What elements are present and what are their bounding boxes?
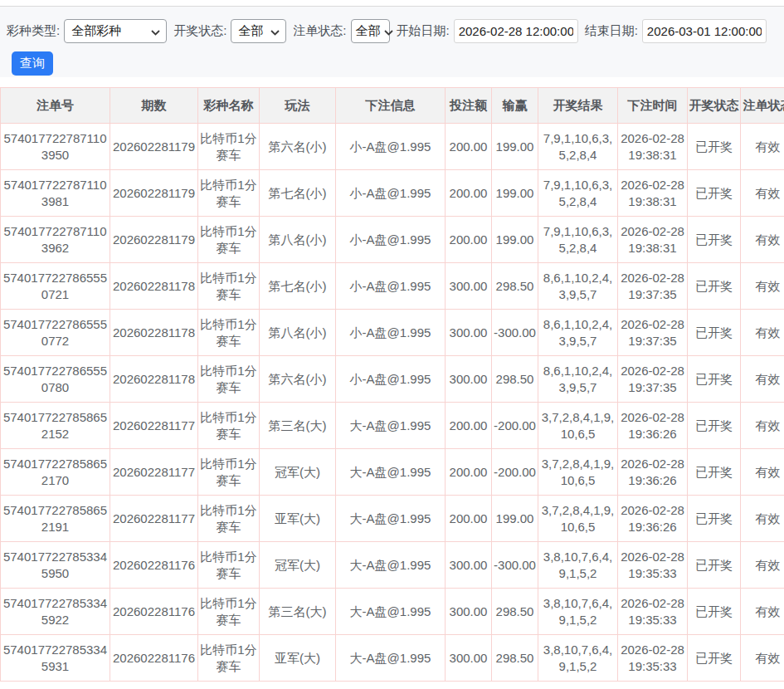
cell-bet-time: 2026-02-28 19:37:35 [618, 310, 688, 356]
cell-draw-result: 8,6,1,10,2,4,3,9,5,7 [538, 356, 618, 403]
cell-period: 202602281177 [110, 496, 198, 542]
cell-play-type: 第七名(小) [260, 170, 336, 217]
cell-period: 202602281176 [110, 589, 198, 635]
cell-draw-status: 已开奖 [688, 403, 741, 449]
cell-win-loss: -200.00 [492, 403, 538, 449]
cell-bet-amount: 200.00 [446, 496, 492, 542]
cell-bet-time: 2026-02-28 19:35:33 [618, 589, 688, 635]
draw-status-select[interactable]: 全部 [231, 19, 286, 43]
cell-lottery-name: 比特币1分赛车 [198, 635, 260, 682]
chevron-down-icon [270, 24, 280, 38]
cell-play-type: 第六名(小) [260, 124, 336, 170]
cell-draw-status: 已开奖 [688, 542, 741, 589]
cell-bet-info: 小-A盘@1.995 [336, 263, 446, 310]
cell-win-loss: 298.50 [492, 356, 538, 403]
start-date-label: 开始日期: [397, 23, 450, 39]
bet-status-select[interactable]: 全部 [351, 19, 390, 43]
lottery-type-value: 全部彩种 [71, 23, 121, 39]
cell-draw-result: 7,9,1,10,6,3,5,2,8,4 [538, 124, 618, 170]
cell-bet-amount: 200.00 [446, 124, 492, 170]
cell-period: 202602281176 [110, 542, 198, 589]
cell-draw-status: 已开奖 [688, 356, 741, 403]
cell-bet-amount: 200.00 [446, 449, 492, 496]
cell-period: 202602281178 [110, 310, 198, 356]
cell-bet-number: 5740177227865550772 [1, 310, 110, 356]
column-header-draw-result: 开奖结果 [538, 88, 618, 124]
bet-records-table: 注单号 期数 彩种名称 玩法 下注信息 投注额 输赢 开奖结果 下注时间 开奖状… [0, 87, 784, 682]
cell-win-loss: -300.00 [492, 542, 538, 589]
cell-bet-info: 大-A盘@1.995 [336, 496, 446, 542]
cell-bet-number: 5740177227865550780 [1, 356, 110, 403]
table-row: 5740177227853345931202602281176比特币1分赛车亚军… [1, 635, 784, 682]
table-row: 5740177227858652170202602281177比特币1分赛车冠军… [1, 449, 784, 496]
cell-bet-status: 有效 [741, 124, 784, 170]
cell-period: 202602281176 [110, 635, 198, 682]
cell-draw-status: 已开奖 [688, 635, 741, 682]
cell-bet-number: 5740177227858652191 [1, 496, 110, 542]
cell-bet-amount: 200.00 [446, 217, 492, 263]
cell-bet-status: 有效 [741, 589, 784, 635]
cell-bet-number: 5740177227871103950 [1, 124, 110, 170]
cell-bet-number: 5740177227853345931 [1, 635, 110, 682]
cell-draw-status: 已开奖 [688, 217, 741, 263]
end-date-input[interactable] [642, 19, 767, 43]
cell-lottery-name: 比特币1分赛车 [198, 496, 260, 542]
cell-draw-result: 3,7,2,8,4,1,9,10,6,5 [538, 496, 618, 542]
cell-lottery-name: 比特币1分赛车 [198, 356, 260, 403]
cell-lottery-name: 比特币1分赛车 [198, 310, 260, 356]
column-header-period: 期数 [110, 88, 198, 124]
cell-lottery-name: 比特币1分赛车 [198, 589, 260, 635]
table-row: 5740177227871103981202602281179比特币1分赛车第七… [1, 170, 784, 217]
lottery-type-select[interactable]: 全部彩种 [64, 19, 167, 43]
cell-bet-amount: 300.00 [446, 635, 492, 682]
cell-bet-time: 2026-02-28 19:36:26 [618, 496, 688, 542]
cell-bet-amount: 300.00 [446, 589, 492, 635]
column-header-bet-number: 注单号 [1, 88, 110, 124]
cell-win-loss: 199.00 [492, 217, 538, 263]
start-date-input[interactable] [454, 19, 578, 43]
cell-bet-time: 2026-02-28 19:38:31 [618, 217, 688, 263]
cell-bet-number: 5740177227871103981 [1, 170, 110, 217]
table-row: 5740177227853345950202602281176比特币1分赛车冠军… [1, 542, 784, 589]
cell-lottery-name: 比特币1分赛车 [198, 403, 260, 449]
cell-draw-result: 8,6,1,10,2,4,3,9,5,7 [538, 310, 618, 356]
cell-bet-info: 大-A盘@1.995 [336, 635, 446, 682]
cell-bet-time: 2026-02-28 19:36:26 [618, 449, 688, 496]
cell-play-type: 冠军(大) [260, 542, 336, 589]
cell-bet-info: 大-A盘@1.995 [336, 542, 446, 589]
cell-draw-result: 7,9,1,10,6,3,5,2,8,4 [538, 217, 618, 263]
cell-bet-time: 2026-02-28 19:35:33 [618, 635, 688, 682]
cell-draw-result: 3,7,2,8,4,1,9,10,6,5 [538, 403, 618, 449]
cell-bet-amount: 300.00 [446, 542, 492, 589]
button-row: 查询 [12, 51, 784, 76]
cell-lottery-name: 比特币1分赛车 [198, 170, 260, 217]
cell-period: 202602281178 [110, 263, 198, 310]
lottery-type-label: 彩种类型: [7, 23, 60, 39]
cell-bet-number: 5740177227858652170 [1, 449, 110, 496]
cell-bet-info: 小-A盘@1.995 [336, 356, 446, 403]
table-row: 5740177227858652191202602281177比特币1分赛车亚军… [1, 496, 784, 542]
cell-win-loss: -300.00 [492, 310, 538, 356]
cell-bet-info: 小-A盘@1.995 [336, 217, 446, 263]
cell-bet-status: 有效 [741, 635, 784, 682]
cell-period: 202602281179 [110, 170, 198, 217]
column-header-bet-time: 下注时间 [618, 88, 688, 124]
column-header-bet-amount: 投注额 [446, 88, 492, 124]
table-row: 5740177227865550721202602281178比特币1分赛车第七… [1, 263, 784, 310]
cell-draw-result: 3,8,10,7,6,4,9,1,5,2 [538, 542, 618, 589]
end-date-label: 结束日期: [585, 23, 638, 39]
cell-play-type: 亚军(大) [260, 635, 336, 682]
cell-win-loss: 199.00 [492, 496, 538, 542]
cell-bet-status: 有效 [741, 403, 784, 449]
draw-status-value: 全部 [238, 23, 263, 39]
column-header-win-loss: 输赢 [492, 88, 538, 124]
cell-draw-status: 已开奖 [688, 124, 741, 170]
cell-bet-amount: 300.00 [446, 356, 492, 403]
cell-period: 202602281177 [110, 449, 198, 496]
cell-lottery-name: 比特币1分赛车 [198, 263, 260, 310]
cell-play-type: 第六名(小) [260, 356, 336, 403]
query-button[interactable]: 查询 [12, 51, 53, 76]
cell-bet-status: 有效 [741, 449, 784, 496]
cell-bet-time: 2026-02-28 19:38:31 [618, 170, 688, 217]
cell-bet-info: 小-A盘@1.995 [336, 170, 446, 217]
